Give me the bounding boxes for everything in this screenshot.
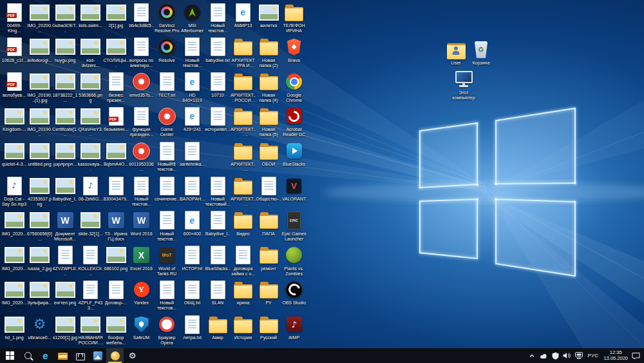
notification-center-button[interactable] — [632, 352, 640, 360]
user-icon — [447, 43, 466, 59]
taskbar-app-store[interactable] — [71, 348, 89, 363]
taskbar-app-edge[interactable] — [37, 348, 54, 363]
clock-date: 13.05.2020 — [603, 356, 628, 362]
desktop-icon-label: Этот компьютер — [451, 90, 477, 101]
recycle-icon — [475, 41, 488, 58]
shield-icon — [552, 352, 559, 360]
clock[interactable]: 12:35 13.05.2020 — [603, 350, 628, 361]
desktop-icon[interactable]: Корзина — [468, 40, 494, 66]
edge-icon — [41, 351, 51, 361]
language-indicator[interactable]: РУС — [588, 353, 599, 358]
taskbar-app-paint[interactable] — [106, 348, 124, 363]
file-explorer-icon — [58, 353, 68, 360]
settings-icon — [128, 351, 138, 361]
desktop-icon-glyph-wrap — [451, 70, 477, 89]
cloud-icon — [539, 353, 548, 359]
desktop-icon[interactable]: Этот компьютер — [451, 70, 477, 101]
taskbar: РУС 12:35 13.05.2020 — [0, 348, 644, 363]
network-icon[interactable] — [575, 352, 583, 359]
desktop-icon-label: User — [451, 61, 461, 66]
paint-icon — [111, 351, 120, 360]
taskbar-app-search[interactable] — [19, 348, 37, 363]
thispc-icon — [455, 71, 473, 83]
desktop-icon-label: Корзина — [473, 61, 490, 66]
screen: 00499-King...IMG_20200...Gubw3OET...kids… — [0, 0, 644, 363]
system-tray: РУС 12:35 13.05.2020 — [525, 348, 644, 363]
start-button[interactable] — [0, 348, 19, 363]
taskbar-app-file-explorer[interactable] — [54, 348, 71, 363]
desktop-icon-glyph-wrap — [443, 40, 469, 59]
speaker-icon — [563, 352, 571, 359]
photos-icon — [93, 351, 102, 360]
ethernet-icon — [575, 352, 583, 359]
volume-icon[interactable] — [563, 352, 571, 359]
store-icon — [76, 353, 85, 360]
desktop-icon-glyph-wrap — [468, 40, 494, 59]
chevron-up-icon — [529, 353, 535, 358]
notification-icon — [632, 352, 640, 360]
onedrive-icon[interactable] — [539, 353, 548, 359]
search-icon — [23, 351, 33, 361]
hidden-icons-button[interactable] — [529, 353, 535, 358]
desktop-icon[interactable]: User — [443, 40, 469, 66]
defender-icon[interactable] — [552, 352, 559, 360]
desktop-system-icons: UserКорзинаЭтот компьютер — [0, 0, 644, 348]
taskbar-app-settings[interactable] — [124, 348, 141, 363]
desktop[interactable]: 00499-King...IMG_20200...Gubw3OET...kids… — [0, 0, 644, 348]
windows-logo-icon — [6, 351, 14, 360]
taskbar-pinned-apps — [19, 348, 141, 363]
taskbar-app-photos[interactable] — [89, 348, 106, 363]
